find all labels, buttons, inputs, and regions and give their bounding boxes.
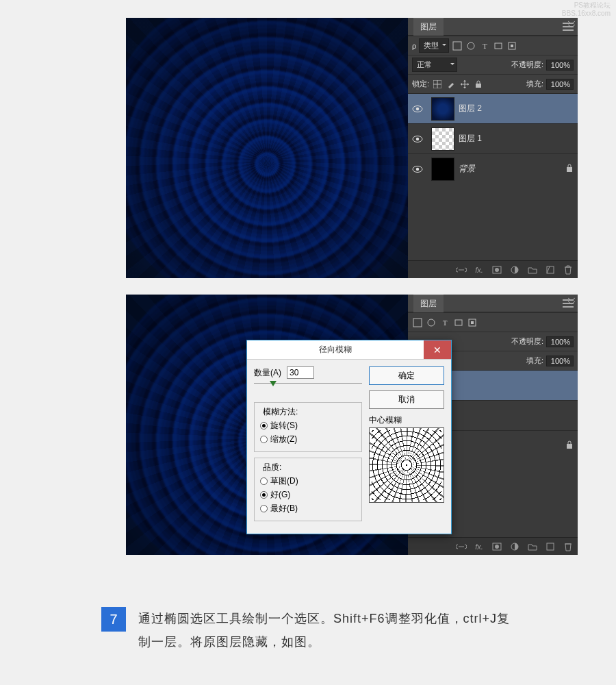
mask-icon[interactable]: [491, 264, 502, 275]
svg-point-1: [467, 42, 474, 49]
filter-row: ρ 类型 T: [408, 36, 578, 55]
svg-rect-24: [567, 444, 572, 449]
lock-all-icon[interactable]: [473, 79, 484, 90]
layer-name[interactable]: 图层 2: [459, 103, 574, 114]
blend-row: 正常 不透明度: 100%: [408, 55, 578, 74]
watermark-line1: PS教程论坛: [562, 1, 611, 10]
filter-kind-select[interactable]: 类型: [419, 38, 449, 53]
mask-icon[interactable]: [491, 541, 502, 552]
trash-icon[interactable]: [563, 264, 574, 275]
panel-footer: fx.: [408, 260, 578, 278]
filter-row: T: [408, 312, 578, 332]
screenshot-2: 图层 T 不透明度: 100% 填充: 100% 图层 2: [126, 295, 578, 555]
step-text: 通过椭圆选区工具绘制一个选区。Shift+F6调整羽化值，ctrl+J复制一层。…: [138, 607, 512, 653]
opacity-label: 不透明度:: [511, 336, 543, 347]
layer-thumb[interactable]: [431, 158, 454, 181]
svg-point-12: [416, 167, 419, 170]
slider-thumb-icon[interactable]: [270, 381, 277, 386]
close-button[interactable]: ✕: [424, 340, 451, 359]
method-zoom-radio[interactable]: 缩放(Z): [260, 434, 356, 445]
filter-smart-icon[interactable]: [467, 317, 478, 328]
method-legend: 模糊方法:: [260, 406, 300, 418]
trash-icon[interactable]: [563, 541, 574, 552]
layer-name[interactable]: 背景: [459, 163, 565, 175]
svg-point-15: [495, 268, 499, 272]
blur-method-group: 模糊方法: 旋转(S) 缩放(Z): [254, 402, 362, 452]
amount-slider[interactable]: [254, 383, 362, 395]
ok-button[interactable]: 确定: [369, 366, 444, 385]
panel-tabbar: 图层: [408, 295, 578, 312]
blend-mode-select[interactable]: 正常: [412, 58, 457, 72]
lock-icon: [565, 440, 574, 451]
svg-rect-0: [453, 42, 461, 50]
fx-icon[interactable]: fx.: [474, 541, 485, 552]
filter-type-icon[interactable]: T: [479, 40, 490, 51]
layers-tab[interactable]: 图层: [413, 295, 444, 312]
layers-tab[interactable]: 图层: [413, 18, 444, 36]
lock-move-icon[interactable]: [459, 79, 470, 90]
lock-paint-icon[interactable]: [446, 79, 457, 90]
filter-shape-icon[interactable]: [453, 317, 464, 328]
svg-rect-28: [547, 543, 554, 550]
link-icon[interactable]: [456, 264, 467, 275]
screenshot-1: 图层 ρ 类型 T 正常 不透明度: 100% 锁定: 填充: 100%: [126, 18, 578, 278]
layer-thumb[interactable]: [431, 97, 454, 121]
opacity-field[interactable]: 100%: [546, 336, 574, 347]
group-icon[interactable]: [527, 541, 538, 552]
new-layer-icon[interactable]: [545, 541, 556, 552]
method-spin-radio[interactable]: 旋转(S): [260, 420, 356, 432]
watermark-line2: BBS.16xx8.com: [562, 10, 611, 18]
fill-field[interactable]: 100%: [546, 356, 574, 366]
svg-rect-22: [471, 321, 474, 324]
fx-icon[interactable]: fx.: [474, 264, 485, 275]
quality-good-radio[interactable]: 好(G): [260, 489, 356, 501]
step-number-badge: 7: [101, 607, 126, 632]
adjustment-icon[interactable]: [509, 264, 520, 275]
filter-pixel-icon[interactable]: [412, 317, 423, 328]
panel-tabbar: 图层: [408, 18, 578, 36]
collapse-chevron-icon[interactable]: [567, 296, 576, 306]
svg-rect-2: [495, 43, 502, 49]
visibility-toggle[interactable]: [408, 105, 427, 113]
lock-prefix: 锁定:: [412, 79, 429, 89]
adjustment-icon[interactable]: [509, 541, 520, 552]
step-7: 7 通过椭圆选区工具绘制一个选区。Shift+F6调整羽化值，ctrl+J复制一…: [101, 607, 512, 653]
filter-type-icon[interactable]: T: [439, 317, 450, 328]
layer-row[interactable]: 图层 2: [408, 93, 578, 123]
dialog-titlebar[interactable]: 径向模糊 ✕: [247, 340, 451, 360]
svg-point-26: [495, 545, 499, 549]
visibility-toggle[interactable]: [408, 165, 427, 173]
layer-row[interactable]: 图层 1: [408, 123, 578, 153]
layer-row[interactable]: 背景: [408, 153, 578, 184]
lock-row: 锁定: 填充: 100%: [408, 74, 578, 93]
fill-label: 填充:: [526, 356, 543, 366]
blur-center-preview[interactable]: [369, 427, 444, 503]
link-icon[interactable]: [456, 541, 467, 552]
quality-draft-radio[interactable]: 草图(D): [260, 475, 356, 487]
lock-transparent-icon[interactable]: [432, 79, 443, 90]
filter-shape-icon[interactable]: [493, 40, 504, 51]
cancel-button[interactable]: 取消: [369, 390, 444, 409]
filter-pixel-icon[interactable]: [452, 40, 463, 51]
filter-smart-icon[interactable]: [506, 40, 517, 51]
layer-list: 图层 2 图层 1 背景: [408, 93, 578, 184]
svg-rect-6: [476, 84, 481, 88]
svg-point-19: [428, 319, 435, 326]
opacity-field[interactable]: 100%: [546, 60, 574, 71]
quality-legend: 品质:: [260, 462, 284, 473]
layer-thumb[interactable]: [431, 127, 454, 151]
canvas-preview: [126, 18, 408, 278]
fill-field[interactable]: 100%: [546, 79, 574, 90]
close-icon: ✕: [433, 345, 441, 356]
group-icon[interactable]: [527, 264, 538, 275]
filter-adjust-icon[interactable]: [465, 40, 476, 51]
opacity-label: 不透明度:: [511, 60, 543, 70]
layer-name[interactable]: 图层 1: [459, 133, 574, 145]
new-layer-icon[interactable]: [545, 264, 556, 275]
visibility-toggle[interactable]: [408, 135, 427, 143]
svg-rect-18: [413, 319, 422, 327]
quality-best-radio[interactable]: 最好(B): [260, 503, 356, 514]
amount-field[interactable]: [287, 366, 314, 379]
filter-adjust-icon[interactable]: [426, 317, 437, 328]
collapse-chevron-icon[interactable]: [567, 19, 576, 29]
